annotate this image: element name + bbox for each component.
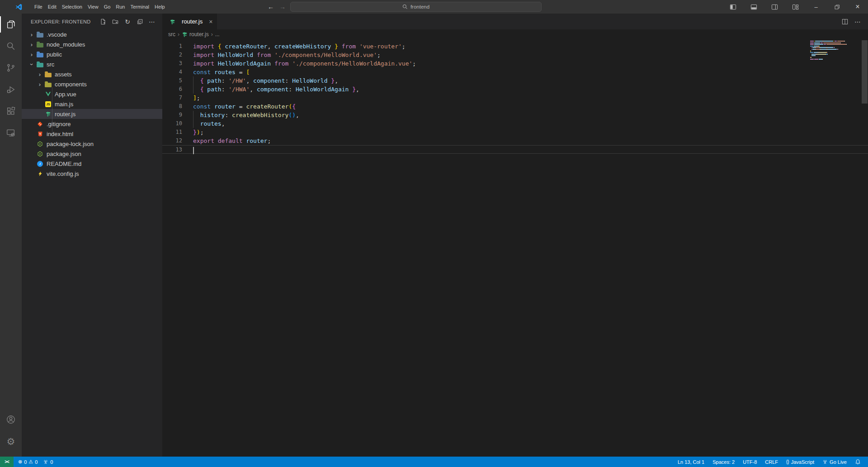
chevron-collapsed-icon[interactable]: › <box>36 71 43 78</box>
tree-item-label: App.vue <box>55 91 76 98</box>
indentation[interactable]: Spaces: 2 <box>710 457 737 467</box>
toggle-panel-icon[interactable] <box>743 0 764 14</box>
code-line-2[interactable]: 2import HelloWorld from './components/He… <box>162 51 868 59</box>
svg-text:js: js <box>39 143 41 145</box>
notifications-bell-icon[interactable] <box>852 457 863 467</box>
go-live-button[interactable]: Go Live <box>820 457 849 467</box>
tree-item-package-json[interactable]: jspackage.json <box>22 149 162 159</box>
minimize-button[interactable]: – <box>806 0 826 14</box>
menu-selection[interactable]: Selection <box>59 0 85 14</box>
signpost-icon <box>182 31 188 38</box>
code-line-6[interactable]: 6 { path: '/HWA', component: HelloWorldA… <box>162 85 868 94</box>
menu-go[interactable]: Go <box>101 0 113 14</box>
info-icon: i <box>36 160 44 167</box>
minimap[interactable] <box>810 41 852 62</box>
tree-item-vite-config-js[interactable]: vite.config.js <box>22 169 162 179</box>
collapse-folders-icon[interactable] <box>136 18 144 26</box>
tree-item-label: public <box>47 51 62 58</box>
tree-item-src[interactable]: ›src <box>22 59 162 69</box>
search-icon[interactable] <box>0 35 22 57</box>
tree-item-public[interactable]: ›public <box>22 49 162 59</box>
code-line-1[interactable]: 1import { createRouter, createWebHistory… <box>162 42 868 51</box>
code-line-4[interactable]: 4const routes = [ <box>162 68 868 76</box>
code-line-13[interactable]: 13 <box>162 145 868 154</box>
more-actions-icon[interactable]: ⋯ <box>148 18 156 26</box>
forward-arrow-icon[interactable]: → <box>279 3 286 10</box>
tree-item-components[interactable]: ›components <box>22 79 162 89</box>
tree-item-package-lock-json[interactable]: jspackage-lock.json <box>22 139 162 149</box>
problems-indicator[interactable]: ⊗ 0 ⚠ 0 <box>15 457 40 467</box>
line-text: { path: '/HW', component: HelloWorld }, <box>193 76 338 85</box>
ports-indicator[interactable]: 0 <box>40 457 56 467</box>
code-editor[interactable]: 1import { createRouter, createWebHistory… <box>162 39 868 457</box>
encoding[interactable]: UTF-8 <box>740 457 760 467</box>
menu-help[interactable]: Help <box>152 0 168 14</box>
line-text: import HelloWorld from './components/Hel… <box>193 51 381 59</box>
code-line-12[interactable]: 12export default router; <box>162 137 868 145</box>
new-file-icon[interactable] <box>99 18 107 26</box>
code-line-11[interactable]: 11}); <box>162 128 868 137</box>
chevron-collapsed-icon[interactable]: › <box>28 41 35 48</box>
code-line-8[interactable]: 8const router = createRouter({ <box>162 102 868 111</box>
tree-item-readme-md[interactable]: iREADME.md <box>22 159 162 169</box>
explorer-icon[interactable] <box>0 14 22 35</box>
code-line-3[interactable]: 3import HelloWorldAgain from './componen… <box>162 59 868 68</box>
tree-item--gitignore[interactable]: .gitignore <box>22 119 162 129</box>
chevron-collapsed-icon[interactable]: › <box>28 31 35 38</box>
source-control-icon[interactable] <box>0 57 22 79</box>
tree-item--vscode[interactable]: ›.vscode <box>22 29 162 39</box>
account-icon[interactable] <box>0 409 22 430</box>
explorer-header: EXPLORER: FRONTEND ↻ ⋯ <box>22 14 162 29</box>
code-line-9[interactable]: 9 history: createWebHistory(), <box>162 111 868 119</box>
folder-vscode-icon <box>36 31 44 38</box>
code-line-5[interactable]: 5 { path: '/HW', component: HelloWorld }… <box>162 76 868 85</box>
run-debug-icon[interactable] <box>0 79 22 100</box>
tree-item-router-js[interactable]: router.js <box>22 109 162 119</box>
close-window-button[interactable]: × <box>847 0 868 14</box>
customize-layout-icon[interactable] <box>785 0 806 14</box>
remote-explorer-icon[interactable] <box>0 122 22 144</box>
menu-run[interactable]: Run <box>113 0 127 14</box>
menu-file[interactable]: File <box>32 0 45 14</box>
tree-item-index-html[interactable]: 5index.html <box>22 129 162 139</box>
close-tab-icon[interactable]: × <box>209 18 212 25</box>
tree-item-assets[interactable]: ›assets <box>22 69 162 79</box>
breadcrumb-item-src[interactable]: src <box>168 31 175 38</box>
refresh-icon[interactable]: ↻ <box>123 18 132 26</box>
code-line-10[interactable]: 10 routes, <box>162 119 868 128</box>
git-icon <box>36 120 44 127</box>
menu-edit[interactable]: Edit <box>45 0 59 14</box>
chevron-expanded-icon[interactable]: › <box>28 61 35 68</box>
code-line-7[interactable]: 7]; <box>162 94 868 102</box>
cursor-position[interactable]: Ln 13, Col 1 <box>675 457 707 467</box>
tab-router-js[interactable]: router.js × <box>162 14 217 29</box>
settings-icon[interactable]: ⚙ <box>0 430 22 452</box>
tree-item-app-vue[interactable]: App.vue <box>22 89 162 99</box>
vscode-window: FileEditSelectionViewGoRunTerminalHelp ←… <box>0 0 868 467</box>
tree-item-main-js[interactable]: JSmain.js <box>22 99 162 109</box>
indent-guide <box>193 85 193 94</box>
breadcrumb-item-router-js[interactable]: router.js <box>182 31 209 38</box>
folder-components-icon <box>44 80 52 88</box>
restore-button[interactable] <box>826 0 847 14</box>
indent-guide <box>193 111 193 119</box>
command-center-search[interactable]: frontend <box>290 2 542 12</box>
eol-sequence[interactable]: CRLF <box>762 457 781 467</box>
chevron-collapsed-icon[interactable]: › <box>28 51 35 58</box>
menu-view[interactable]: View <box>85 0 101 14</box>
editor-scrollbar[interactable] <box>862 40 868 104</box>
menu-terminal[interactable]: Terminal <box>128 0 152 14</box>
title-bar: FileEditSelectionViewGoRunTerminalHelp ←… <box>0 0 868 14</box>
split-editor-icon[interactable] <box>842 19 848 25</box>
back-arrow-icon[interactable]: ← <box>268 3 274 10</box>
editor-more-actions-icon[interactable]: ⋯ <box>854 18 861 25</box>
toggle-secondary-sidebar-icon[interactable] <box>764 0 785 14</box>
extensions-icon[interactable] <box>0 100 22 122</box>
toggle-primary-sidebar-icon[interactable] <box>722 0 743 14</box>
tree-item-node-modules[interactable]: ›node_modules <box>22 39 162 49</box>
chevron-collapsed-icon[interactable]: › <box>36 81 43 88</box>
breadcrumb-item--[interactable]: ... <box>215 31 220 38</box>
remote-indicator[interactable]: >< <box>0 457 14 467</box>
language-mode[interactable]: {} JavaScript <box>783 457 817 467</box>
new-folder-icon[interactable] <box>111 18 119 26</box>
